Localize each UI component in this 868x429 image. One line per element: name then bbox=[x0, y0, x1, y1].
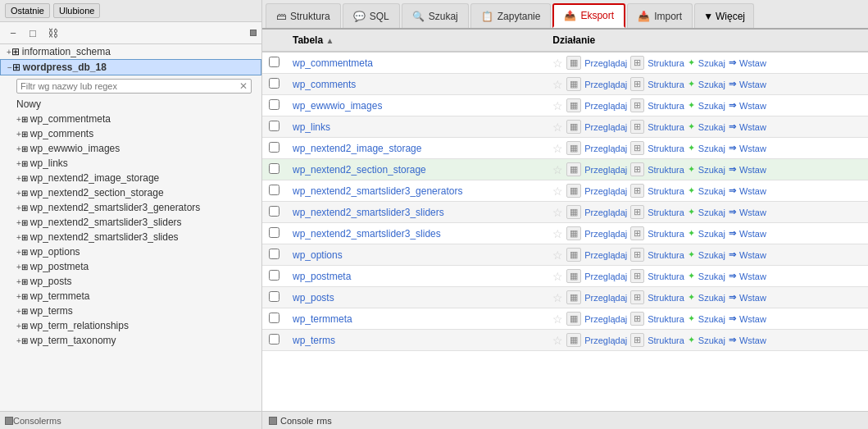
wstaw-link[interactable]: Wstaw bbox=[739, 335, 766, 345]
struktura-icon[interactable]: ⊞ bbox=[630, 120, 644, 134]
przegladaj-link[interactable]: Przeglądaj bbox=[584, 165, 627, 175]
row-checkbox[interactable] bbox=[269, 142, 279, 153]
table-icon[interactable]: ▦ bbox=[566, 162, 581, 176]
struktura-icon[interactable]: ⊞ bbox=[630, 77, 644, 91]
favorite-icon[interactable]: ☆ bbox=[552, 142, 563, 155]
sidebar-item-new[interactable]: Nowy bbox=[0, 97, 261, 112]
szukaj-icon[interactable]: ✦ bbox=[688, 313, 695, 324]
szukaj-icon[interactable]: ✦ bbox=[688, 185, 695, 196]
favorite-icon[interactable]: ☆ bbox=[552, 57, 563, 70]
favorite-icon[interactable]: ☆ bbox=[552, 270, 563, 283]
szukaj-icon[interactable]: ✦ bbox=[688, 207, 695, 217]
sidebar-item-wp_posts[interactable]: + ⊞ wp_posts bbox=[0, 274, 261, 289]
szukaj-icon[interactable]: ✦ bbox=[688, 271, 695, 281]
wstaw-icon[interactable]: ⇒ bbox=[729, 292, 736, 303]
link-button[interactable]: ⛓ bbox=[44, 25, 61, 41]
struktura-link[interactable]: Struktura bbox=[648, 58, 684, 68]
wstaw-icon[interactable]: ⇒ bbox=[729, 100, 736, 111]
wstaw-icon[interactable]: ⇒ bbox=[729, 207, 736, 217]
szukaj-link[interactable]: Szukaj bbox=[698, 101, 725, 111]
struktura-link[interactable]: Struktura bbox=[648, 144, 684, 153]
row-checkbox[interactable] bbox=[269, 270, 279, 281]
filter-input[interactable] bbox=[17, 80, 236, 93]
favorite-icon[interactable]: ☆ bbox=[552, 78, 563, 91]
tab-zapytanie[interactable]: 📋 Zapytanie bbox=[470, 3, 552, 28]
table-icon[interactable]: ▦ bbox=[566, 205, 581, 219]
sidebar-item-wp_postmeta[interactable]: + ⊞ wp_postmeta bbox=[0, 259, 261, 274]
favorite-icon[interactable]: ☆ bbox=[552, 121, 563, 134]
favorite-icon[interactable]: ☆ bbox=[552, 227, 563, 240]
szukaj-link[interactable]: Szukaj bbox=[698, 250, 725, 260]
szukaj-icon[interactable]: ✦ bbox=[688, 335, 695, 345]
favorite-icon[interactable]: ☆ bbox=[552, 185, 563, 198]
szukaj-link[interactable]: Szukaj bbox=[698, 335, 725, 345]
row-checkbox[interactable] bbox=[269, 78, 279, 89]
przegladaj-link[interactable]: Przeglądaj bbox=[584, 58, 627, 68]
struktura-icon[interactable]: ⊞ bbox=[630, 162, 644, 176]
tab-szukaj[interactable]: 🔍 Szukaj bbox=[402, 3, 469, 28]
wstaw-icon[interactable]: ⇒ bbox=[729, 164, 736, 175]
sidebar-item-wp_commentmeta[interactable]: + ⊞ wp_commentmeta bbox=[0, 112, 261, 126]
wstaw-link[interactable]: Wstaw bbox=[739, 101, 766, 111]
table-icon[interactable]: ▦ bbox=[566, 120, 581, 134]
szukaj-icon[interactable]: ✦ bbox=[688, 100, 695, 111]
collapse-button[interactable]: − bbox=[5, 25, 21, 41]
struktura-icon[interactable]: ⊞ bbox=[630, 226, 644, 240]
row-checkbox[interactable] bbox=[269, 249, 279, 259]
row-checkbox[interactable] bbox=[269, 206, 279, 217]
struktura-link[interactable]: Struktura bbox=[648, 165, 684, 175]
przegladaj-link[interactable]: Przeglądaj bbox=[584, 272, 627, 281]
przegladaj-link[interactable]: Przeglądaj bbox=[584, 101, 627, 111]
struktura-icon[interactable]: ⊞ bbox=[630, 312, 644, 326]
struktura-icon[interactable]: ⊞ bbox=[630, 141, 644, 155]
wstaw-icon[interactable]: ⇒ bbox=[729, 185, 736, 196]
wstaw-icon[interactable]: ⇒ bbox=[729, 79, 736, 89]
table-name-link[interactable]: wp_links bbox=[293, 121, 330, 133]
szukaj-link[interactable]: Szukaj bbox=[698, 58, 725, 68]
struktura-link[interactable]: Struktura bbox=[648, 101, 684, 111]
sidebar-item-wp_term_taxonomy[interactable]: + ⊞ wp_term_taxonomy bbox=[0, 333, 261, 348]
ostatnie-button[interactable]: Ostatnie bbox=[5, 3, 50, 18]
table-icon[interactable]: ▦ bbox=[566, 290, 581, 304]
table-icon[interactable]: ▦ bbox=[566, 248, 581, 262]
tab-eksport[interactable]: 📤 Eksport bbox=[552, 3, 625, 28]
sidebar-item-wp_nextend2_smartslider3_sliders[interactable]: + ⊞ wp_nextend2_smartslider3_sliders bbox=[0, 215, 261, 230]
sidebar-item-wp_termmeta[interactable]: + ⊞ wp_termmeta bbox=[0, 289, 261, 303]
struktura-link[interactable]: Struktura bbox=[648, 122, 684, 132]
table-icon[interactable]: ▦ bbox=[566, 77, 581, 91]
filter-clear-button[interactable]: ✕ bbox=[236, 80, 251, 92]
sidebar-item-wp_terms[interactable]: + ⊞ wp_terms bbox=[0, 303, 261, 318]
tab-sql[interactable]: 💬 SQL bbox=[343, 3, 400, 28]
szukaj-icon[interactable]: ✦ bbox=[688, 228, 695, 239]
szukaj-link[interactable]: Szukaj bbox=[698, 122, 725, 132]
szukaj-link[interactable]: Szukaj bbox=[698, 165, 725, 175]
col-tabela[interactable]: Tabela ▲ bbox=[286, 30, 546, 52]
row-checkbox[interactable] bbox=[269, 163, 279, 174]
przegladaj-link[interactable]: Przeglądaj bbox=[584, 144, 627, 153]
row-checkbox[interactable] bbox=[269, 185, 279, 195]
wstaw-icon[interactable]: ⇒ bbox=[729, 121, 736, 132]
przegladaj-link[interactable]: Przeglądaj bbox=[584, 122, 627, 132]
struktura-link[interactable]: Struktura bbox=[648, 186, 684, 196]
sidebar-item-information_schema[interactable]: + ⊞ information_schema bbox=[0, 44, 261, 59]
wstaw-link[interactable]: Wstaw bbox=[739, 80, 766, 89]
tab-struktura[interactable]: 🗃 Struktura bbox=[266, 3, 341, 28]
table-name-link[interactable]: wp_nextend2_smartslider3_sliders bbox=[293, 207, 444, 218]
struktura-icon[interactable]: ⊞ bbox=[630, 205, 644, 219]
struktura-link[interactable]: Struktura bbox=[648, 208, 684, 217]
przegladaj-link[interactable]: Przeglądaj bbox=[584, 250, 627, 260]
table-icon[interactable]: ▦ bbox=[566, 184, 581, 198]
table-name-link[interactable]: wp_commentmeta bbox=[293, 57, 373, 69]
struktura-link[interactable]: Struktura bbox=[648, 250, 684, 260]
wstaw-link[interactable]: Wstaw bbox=[739, 122, 766, 132]
table-name-link[interactable]: wp_nextend2_smartslider3_generators bbox=[293, 185, 462, 197]
struktura-icon[interactable]: ⊞ bbox=[630, 248, 644, 262]
wstaw-icon[interactable]: ⇒ bbox=[729, 335, 736, 345]
wstaw-icon[interactable]: ⇒ bbox=[729, 313, 736, 324]
wstaw-icon[interactable]: ⇒ bbox=[729, 249, 736, 260]
struktura-link[interactable]: Struktura bbox=[648, 272, 684, 281]
table-icon[interactable]: ▦ bbox=[566, 269, 581, 283]
sidebar-item-wp_nextend2_image_storage[interactable]: + ⊞ wp_nextend2_image_storage bbox=[0, 171, 261, 185]
przegladaj-link[interactable]: Przeglądaj bbox=[584, 335, 627, 345]
table-icon[interactable]: ▦ bbox=[566, 226, 581, 240]
